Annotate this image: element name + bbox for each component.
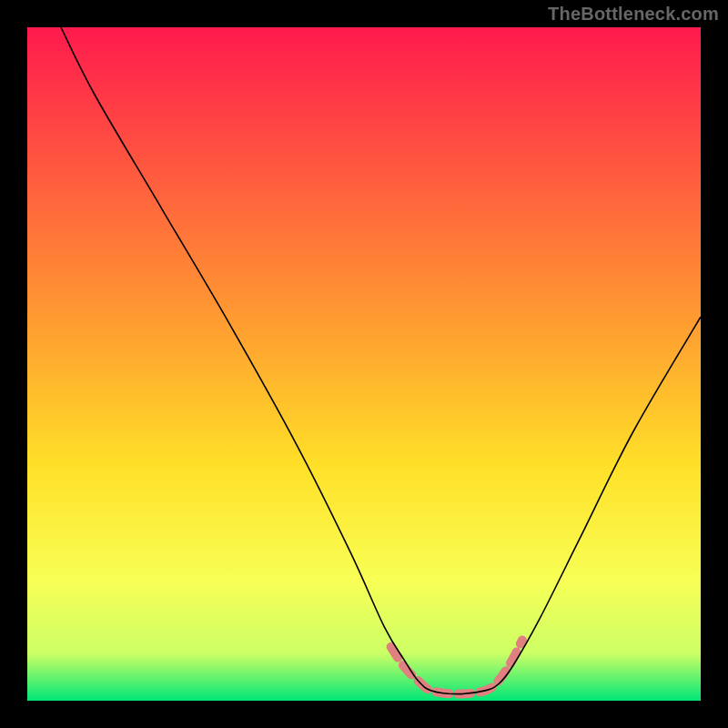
gradient-background xyxy=(27,27,701,701)
chart-svg xyxy=(27,27,701,701)
plot-area xyxy=(27,27,701,701)
chart-frame: TheBottleneck.com xyxy=(0,0,728,728)
attribution-label: TheBottleneck.com xyxy=(548,4,719,25)
